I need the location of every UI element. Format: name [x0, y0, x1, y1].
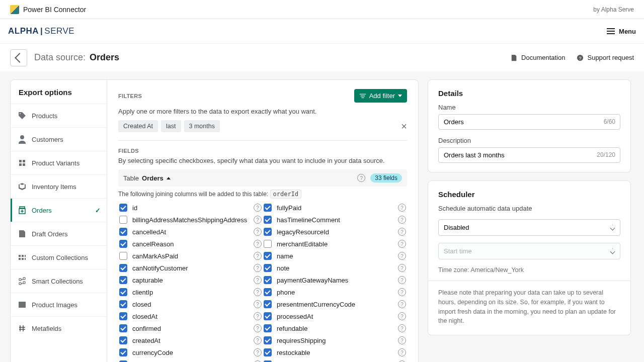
field-help-icon[interactable]: ?: [254, 252, 262, 260]
field-help-icon[interactable]: ?: [254, 204, 262, 212]
sidebar-tab-draft-orders[interactable]: Draft Orders: [11, 222, 107, 245]
field-help-icon[interactable]: ?: [254, 348, 262, 356]
field-help-icon[interactable]: ?: [398, 228, 406, 236]
logo-b: SERVE: [44, 26, 74, 36]
field-checkbox[interactable]: [264, 216, 272, 224]
field-help-icon[interactable]: ?: [254, 300, 262, 308]
field-checkbox[interactable]: [119, 300, 127, 308]
field-help-icon[interactable]: ?: [254, 312, 262, 320]
breadcrumb: Data source:Orders: [34, 52, 119, 63]
sidebar-tab-custom-collections[interactable]: Custom Collections: [11, 245, 107, 269]
field-row: cancelReason?: [118, 238, 263, 250]
field-help-icon[interactable]: ?: [398, 336, 406, 344]
field-help-icon[interactable]: ?: [398, 300, 406, 308]
sidebar-tab-products[interactable]: Products: [11, 104, 107, 127]
field-checkbox[interactable]: [264, 288, 272, 296]
field-checkbox[interactable]: [264, 240, 272, 248]
field-checkbox[interactable]: [119, 336, 127, 344]
field-row: billingAddressMatchesShippingAddress?: [118, 214, 263, 226]
support-link[interactable]: ? Support request: [576, 54, 634, 62]
table-header-row[interactable]: Table Orders ? 33 fields: [118, 169, 407, 187]
field-checkbox[interactable]: [119, 288, 127, 296]
field-checkbox[interactable]: [119, 312, 127, 320]
caret-up-icon: [167, 177, 171, 179]
sidebar-tab-smart-collections[interactable]: Smart Collections: [11, 269, 107, 293]
field-help-icon[interactable]: ?: [398, 204, 406, 212]
field-checkbox[interactable]: [264, 348, 272, 356]
field-help-icon[interactable]: ?: [254, 336, 262, 344]
field-help-icon[interactable]: ?: [398, 240, 406, 248]
field-checkbox[interactable]: [119, 228, 127, 236]
field-help-icon[interactable]: ?: [398, 252, 406, 260]
filters-heading: FILTERS: [118, 93, 142, 99]
field-checkbox[interactable]: [264, 300, 272, 308]
field-help-icon[interactable]: ?: [254, 240, 262, 248]
field-checkbox[interactable]: [264, 228, 272, 236]
sidebar-tab-metafields[interactable]: Metafields: [11, 316, 107, 340]
field-checkbox[interactable]: [264, 312, 272, 320]
field-row: createdAt?: [118, 334, 263, 346]
field-name: capturable: [132, 277, 163, 284]
remove-filter-button[interactable]: ×: [401, 121, 407, 131]
schedule-mode-select[interactable]: Disabled: [438, 219, 620, 236]
field-checkbox[interactable]: [264, 264, 272, 272]
tab-label: Products: [32, 112, 57, 120]
field-row: id?: [118, 202, 263, 214]
smart-icon: [18, 277, 27, 286]
sidebar-tab-product-variants[interactable]: Product Variants: [11, 151, 107, 174]
field-help-icon[interactable]: ?: [398, 216, 406, 224]
add-filter-button[interactable]: Add filter: [354, 89, 407, 103]
field-checkbox[interactable]: [119, 264, 127, 272]
field-name: canMarkAsPaid: [132, 252, 178, 260]
filter-chip[interactable]: Created At: [118, 120, 158, 132]
sidebar-tab-inventory-items[interactable]: Inventory Items: [11, 174, 107, 198]
documentation-link[interactable]: Documentation: [510, 54, 565, 62]
field-checkbox[interactable]: [119, 252, 127, 260]
field-name: closed: [132, 301, 151, 308]
field-row: currencyCode?: [118, 346, 263, 358]
name-input[interactable]: [438, 114, 620, 130]
field-checkbox[interactable]: [264, 276, 272, 284]
field-checkbox[interactable]: [119, 240, 127, 248]
sidebar-tab-product-images[interactable]: Product Images: [11, 293, 107, 316]
back-arrow-icon: [15, 53, 25, 63]
menu-button[interactable]: Menu: [607, 28, 636, 35]
field-help-icon[interactable]: ?: [254, 264, 262, 272]
tab-label: Product Variants: [32, 159, 79, 167]
field-row: phone?: [263, 286, 407, 298]
desc-label: Description: [438, 137, 620, 144]
field-help-icon[interactable]: ?: [254, 216, 262, 224]
field-help-icon[interactable]: ?: [398, 312, 406, 320]
orders-icon: [18, 206, 27, 215]
field-checkbox[interactable]: [264, 324, 272, 332]
field-name: cancelledAt: [132, 228, 166, 236]
field-checkbox[interactable]: [264, 204, 272, 212]
field-checkbox[interactable]: [119, 348, 127, 356]
filter-chip[interactable]: 3 months: [184, 120, 220, 132]
field-help-icon[interactable]: ?: [398, 288, 406, 296]
filter-chips: Created Atlast3 months: [118, 120, 220, 132]
field-help-icon[interactable]: ?: [254, 228, 262, 236]
field-help-icon[interactable]: ?: [254, 276, 262, 284]
sidebar-tab-customers[interactable]: Customers: [11, 127, 107, 151]
field-help-icon[interactable]: ?: [398, 324, 406, 332]
field-checkbox[interactable]: [119, 324, 127, 332]
table-help-icon[interactable]: ?: [357, 174, 365, 182]
back-button[interactable]: [10, 49, 27, 66]
field-checkbox[interactable]: [264, 336, 272, 344]
field-help-icon[interactable]: ?: [398, 264, 406, 272]
field-help-icon[interactable]: ?: [398, 348, 406, 356]
fields-heading: FIELDS: [118, 148, 407, 154]
sidebar-tab-orders[interactable]: Orders✓: [11, 198, 107, 222]
filter-chip[interactable]: last: [161, 120, 181, 132]
field-help-icon[interactable]: ?: [254, 288, 262, 296]
field-checkbox[interactable]: [119, 276, 127, 284]
menu-label: Menu: [619, 28, 636, 35]
field-help-icon[interactable]: ?: [398, 276, 406, 284]
field-checkbox[interactable]: [119, 216, 127, 224]
field-checkbox[interactable]: [264, 252, 272, 260]
field-checkbox[interactable]: [119, 204, 127, 212]
field-row: merchantEditable?: [263, 238, 407, 250]
field-help-icon[interactable]: ?: [254, 324, 262, 332]
desc-input[interactable]: [438, 147, 620, 163]
